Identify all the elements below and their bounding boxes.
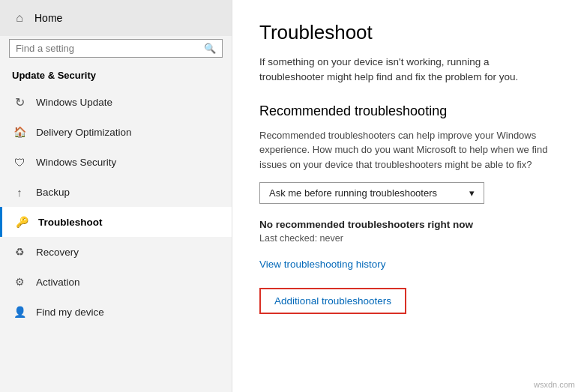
sidebar-item-label: Recovery: [36, 247, 79, 258]
search-input[interactable]: [16, 43, 199, 54]
sidebar-item-windows-update[interactable]: ↻ Windows Update: [0, 87, 232, 117]
sidebar-item-label: Windows Security: [36, 157, 116, 168]
activation-icon: ⚙: [12, 274, 27, 289]
search-icon: 🔍: [204, 43, 216, 54]
view-history-link[interactable]: View troubleshooting history: [259, 259, 554, 270]
additional-troubleshooters-button[interactable]: Additional troubleshooters: [259, 288, 406, 314]
intro-text: If something on your device isn't workin…: [259, 55, 554, 85]
rec-troubleshooting-heading: Recommended troubleshooting: [259, 103, 554, 119]
arrow-container: Additional troubleshooters: [259, 288, 554, 314]
sidebar-item-label: Delivery Optimization: [36, 127, 132, 138]
sidebar-item-troubleshoot[interactable]: 🔑 Troubleshoot: [0, 207, 232, 237]
recovery-icon: ♻: [12, 244, 27, 259]
search-box[interactable]: 🔍: [9, 39, 223, 58]
dropdown-value: Ask me before running troubleshooters: [269, 187, 437, 199]
last-checked-text: Last checked: never: [259, 233, 554, 244]
sidebar-item-delivery-optimization[interactable]: 🏠 Delivery Optimization: [0, 117, 232, 147]
no-rec-text: No recommended troubleshooters right now: [259, 219, 554, 230]
chevron-down-icon: ▾: [469, 187, 475, 199]
windows-security-icon: 🛡: [12, 154, 27, 169]
sidebar-item-backup[interactable]: ↑ Backup: [0, 177, 232, 207]
watermark: wsxdn.com: [534, 380, 575, 389]
sidebar-item-label: Windows Update: [36, 97, 112, 108]
home-icon: ⌂: [12, 10, 27, 25]
find-device-icon: 👤: [12, 304, 27, 319]
section-title: Update & Security: [0, 65, 232, 87]
troubleshooter-dropdown[interactable]: Ask me before running troubleshooters ▾: [259, 182, 484, 204]
sidebar-item-label: Backup: [36, 187, 70, 198]
sidebar-item-find-my-device[interactable]: 👤 Find my device: [0, 297, 232, 327]
windows-update-icon: ↻: [12, 94, 27, 109]
rec-description: Recommended troubleshooters can help imp…: [259, 128, 554, 172]
troubleshoot-icon: 🔑: [14, 214, 29, 229]
delivery-optimization-icon: 🏠: [12, 124, 27, 139]
page-title: Troubleshoot: [259, 21, 554, 44]
home-label: Home: [34, 12, 62, 24]
sidebar-item-windows-security[interactable]: 🛡 Windows Security: [0, 147, 232, 177]
sidebar-home-item[interactable]: ⌂ Home: [0, 0, 232, 36]
sidebar-item-recovery[interactable]: ♻ Recovery: [0, 237, 232, 267]
main-content: Troubleshoot If something on your device…: [232, 0, 581, 392]
sidebar: ⌂ Home 🔍 Update & Security ↻ Windows Upd…: [0, 0, 232, 392]
backup-icon: ↑: [12, 184, 27, 199]
sidebar-item-activation[interactable]: ⚙ Activation: [0, 267, 232, 297]
sidebar-item-label: Troubleshoot: [38, 217, 103, 228]
sidebar-item-label: Activation: [36, 277, 80, 288]
sidebar-item-label: Find my device: [36, 307, 104, 318]
